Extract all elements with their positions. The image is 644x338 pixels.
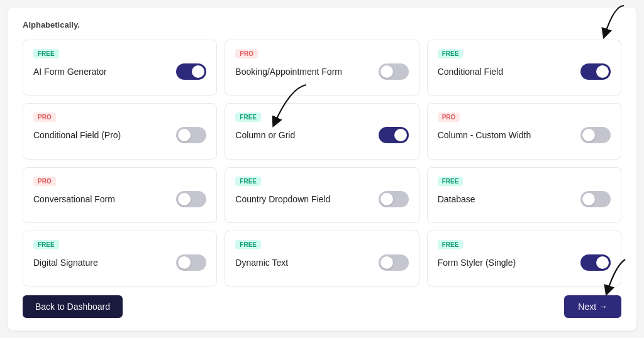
toggle-booking-appointment[interactable]: [379, 63, 409, 80]
title-column-custom-width: Column - Custom Width: [438, 130, 531, 140]
badge-column-custom-width: PRO: [438, 112, 460, 122]
toggle-conditional-field[interactable]: [580, 63, 611, 80]
card-country-dropdown: FREECountry Dropdown Field: [225, 167, 419, 223]
title-form-styler-single: Form Styler (Single): [438, 258, 516, 268]
badge-form-styler-single: FREE: [438, 240, 464, 249]
title-digital-signature: Digital Signature: [33, 258, 98, 268]
title-country-dropdown: Country Dropdown Field: [235, 194, 330, 204]
title-conversational-form: Conversational Form: [33, 194, 115, 204]
badge-column-or-grid: FREE: [235, 112, 261, 122]
toggle-thumb-form-styler-single: [596, 256, 609, 269]
toggle-form-styler-single[interactable]: [580, 254, 611, 271]
badge-dynamic-text: FREE: [235, 240, 261, 249]
footer: Back to Dashboard Next →: [23, 286, 621, 318]
toggle-digital-signature[interactable]: [176, 254, 206, 271]
title-conditional-field-pro: Conditional Field (Pro): [33, 130, 121, 140]
card-column-custom-width: PROColumn - Custom Width: [427, 103, 621, 159]
toggle-conditional-field-pro[interactable]: [176, 127, 206, 143]
toggle-database[interactable]: [580, 191, 611, 207]
toggle-thumb-country-dropdown: [380, 193, 393, 205]
back-to-dashboard-button[interactable]: Back to Dashboard: [23, 295, 123, 318]
toggle-ai-form-generator[interactable]: [176, 63, 206, 80]
toggle-thumb-conversational-form: [178, 193, 191, 205]
title-conditional-field: Conditional Field: [438, 67, 503, 77]
card-ai-form-generator: FREEAI Form Generator: [23, 40, 217, 95]
card-database: FREEDatabase: [427, 167, 621, 223]
title-database: Database: [438, 194, 475, 204]
toggle-thumb-conditional-field: [596, 65, 609, 78]
badge-conditional-field-pro: PRO: [33, 112, 56, 122]
toggle-dynamic-text[interactable]: [379, 254, 409, 271]
card-column-or-grid: FREEColumn or Grid: [225, 103, 419, 159]
toggle-country-dropdown[interactable]: [379, 191, 409, 207]
toggle-conversational-form[interactable]: [176, 191, 206, 207]
card-dynamic-text: FREEDynamic Text: [225, 231, 419, 286]
toggle-thumb-dynamic-text: [380, 256, 393, 269]
title-dynamic-text: Dynamic Text: [235, 258, 288, 268]
badge-conditional-field: FREE: [438, 49, 464, 58]
next-button[interactable]: Next →: [564, 295, 621, 318]
title-ai-form-generator: AI Form Generator: [33, 67, 107, 77]
toggle-column-or-grid[interactable]: [379, 127, 409, 143]
card-conditional-field-pro: PROConditional Field (Pro): [23, 103, 217, 159]
toggle-thumb-booking-appointment: [380, 65, 393, 78]
badge-ai-form-generator: FREE: [33, 49, 59, 58]
badge-digital-signature: FREE: [33, 240, 59, 249]
toggle-thumb-column-or-grid: [394, 129, 407, 141]
badge-conversational-form: PRO: [33, 177, 56, 186]
card-booking-appointment: PROBooking/Appointment Form: [225, 40, 419, 95]
badge-country-dropdown: FREE: [235, 177, 261, 186]
title-booking-appointment: Booking/Appointment Form: [235, 67, 342, 77]
title-column-or-grid: Column or Grid: [235, 130, 295, 140]
card-conversational-form: PROConversational Form: [23, 167, 217, 223]
card-digital-signature: FREEDigital Signature: [23, 231, 217, 286]
cards-grid: FREEAI Form GeneratorPROBooking/Appointm…: [23, 40, 621, 286]
toggle-column-custom-width[interactable]: [580, 127, 611, 143]
sort-label: Alphabetically.: [23, 20, 621, 30]
badge-database: FREE: [438, 177, 464, 186]
card-conditional-field: FREEConditional Field: [427, 40, 621, 95]
badge-booking-appointment: PRO: [235, 49, 258, 58]
toggle-thumb-digital-signature: [178, 256, 191, 269]
toggle-thumb-database: [582, 193, 595, 205]
card-form-styler-single: FREEForm Styler (Single): [427, 231, 621, 286]
main-container: Alphabetically. FREEAI Form GeneratorPRO…: [8, 8, 636, 330]
